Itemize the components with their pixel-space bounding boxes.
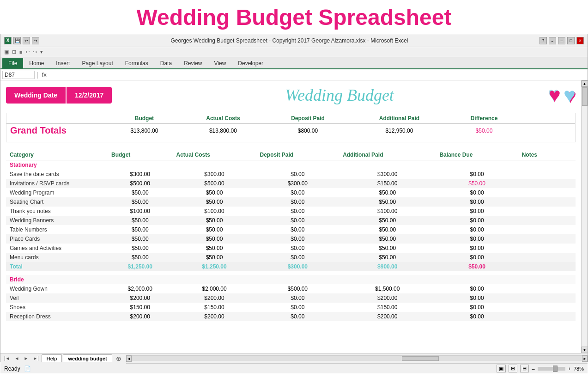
item-name: Menu cards (6, 253, 108, 262)
hscroll-right-arrow[interactable]: ► (582, 355, 588, 362)
total-label: Total (6, 262, 108, 271)
sheet-nav-prev[interactable]: ◄ (13, 355, 21, 361)
maximize-icon[interactable]: □ (567, 37, 575, 44)
scroll-up-arrow[interactable]: ▲ (582, 80, 588, 87)
title-bar: X 💾 ↩ ↪ Georges Wedding Budget Spreadshe… (0, 34, 588, 47)
item-notes (518, 179, 576, 188)
item-notes (518, 225, 576, 234)
sheet-tab-help[interactable]: Help (42, 354, 62, 362)
item-actual: $100.00 (173, 207, 256, 216)
item-balance: $0.00 (436, 225, 518, 234)
minimize-icon[interactable]: – (558, 37, 565, 44)
ribbon-tabs: File Home Insert Page Layout Formulas Da… (0, 57, 588, 69)
scroll-thumb[interactable] (582, 87, 588, 106)
item-additional: $50.00 (339, 225, 436, 234)
th-notes: Notes (518, 150, 576, 160)
table-row: Veil $200.00 $200.00 $0.00 $200.00 $0.00 (6, 293, 576, 303)
item-notes (518, 244, 576, 253)
tab-data[interactable]: Data (154, 58, 178, 68)
cell-reference-input[interactable]: D87 (2, 71, 35, 79)
total-budget: $1,250.00 (108, 262, 173, 271)
excel-window: X 💾 ↩ ↪ Georges Wedding Budget Spreadshe… (0, 34, 588, 362)
hscroll-thumb[interactable] (402, 356, 439, 361)
item-deposit: $0.00 (256, 170, 339, 179)
table-row: Wedding Banners $50.00 $50.00 $0.00 $50.… (6, 216, 576, 225)
table-row: Wedding Gown $2,000.00 $2,000.00 $500.00… (6, 284, 576, 293)
item-deposit: $0.00 (256, 216, 339, 225)
item-name: Table Numbers (6, 225, 108, 234)
item-deposit: $0.00 (256, 303, 339, 312)
tab-page-layout[interactable]: Page Layout (76, 58, 119, 68)
close-icon[interactable]: ✕ (576, 37, 584, 44)
title-bar-icons-left: X 💾 ↩ ↪ (4, 37, 39, 44)
item-budget: $50.00 (108, 188, 173, 197)
title-bar-title: Georges Wedding Budget Spreadsheet - Cop… (39, 37, 540, 44)
help-icon[interactable]: ? (540, 37, 547, 44)
vertical-scrollbar[interactable]: ▲ ▼ (581, 80, 588, 353)
tab-developer[interactable]: Developer (232, 58, 269, 68)
grand-notes (520, 124, 575, 138)
item-balance: $0.00 (436, 303, 518, 312)
sheet-nav-last[interactable]: ►| (31, 355, 41, 361)
detail-table: Category Budget Actual Costs Deposit Pai… (6, 150, 576, 321)
sheet-tabs-bar: |◄ ◄ ► ►| Help wedding budget ⊕ (0, 354, 126, 364)
th-deposit-grand: Deposit Paid (266, 113, 350, 124)
zoom-slider[interactable] (538, 367, 565, 371)
th-budget-grand: Budget (108, 113, 181, 124)
scroll-down-arrow[interactable]: ▼ (582, 347, 588, 353)
zoom-out-button[interactable]: – (532, 366, 534, 372)
item-additional: $50.00 (339, 253, 436, 262)
ribbon-toggle-icon[interactable]: ⌄ (549, 37, 556, 44)
tab-insert[interactable]: Insert (50, 58, 76, 68)
item-deposit: $0.00 (256, 253, 339, 262)
ready-status: Ready (4, 366, 20, 372)
horizontal-scrollbar[interactable]: ◄ ► (126, 355, 588, 362)
formula-input[interactable] (50, 72, 586, 78)
tab-home[interactable]: Home (23, 58, 50, 68)
formula-bar: D87 | fx (0, 69, 588, 80)
view-layout-icon[interactable]: ⊞ (509, 365, 517, 372)
item-deposit: $0.00 (256, 225, 339, 234)
item-actual: $50.00 (173, 253, 256, 262)
stationary-total-row: Total $1,250.00 $1,250.00 $300.00 $900.0… (6, 262, 576, 271)
new-sheet-button[interactable]: ⊕ (113, 355, 124, 362)
status-bar: Ready 📄 ▣ ⊞ ⊟ – + 78% (0, 363, 588, 373)
tab-view[interactable]: View (208, 58, 232, 68)
redo-icon[interactable]: ↪ (32, 37, 39, 44)
item-balance: $0.00 (436, 234, 518, 244)
qa-icon-dropdown[interactable]: ▾ (39, 49, 44, 55)
item-additional: $1,500.00 (339, 284, 436, 293)
sheet-nav-first[interactable]: |◄ (2, 355, 12, 361)
item-name: Save the date cards (6, 170, 108, 179)
qa-icon-redo[interactable]: ↪ (32, 49, 38, 55)
zoom-in-button[interactable]: + (568, 366, 571, 372)
grand-additional: $12,950.00 (350, 124, 449, 138)
tab-file[interactable]: File (2, 58, 23, 68)
item-actual: $200.00 (173, 312, 256, 321)
qa-icon-3: ≡ (18, 49, 23, 55)
item-additional: $150.00 (339, 303, 436, 312)
hscroll-left-arrow[interactable]: ◄ (126, 355, 132, 362)
sheet-nav-next[interactable]: ► (22, 355, 30, 361)
tab-formulas[interactable]: Formulas (119, 58, 154, 68)
grand-totals-label: Grand Totals (6, 124, 108, 138)
undo-icon[interactable]: ↩ (23, 37, 30, 44)
view-normal-icon[interactable]: ▣ (497, 365, 506, 372)
item-balance: $0.00 (436, 293, 518, 303)
hscroll-track (132, 356, 582, 361)
tab-review[interactable]: Review (178, 58, 208, 68)
th-actual: Actual Costs (173, 150, 256, 160)
item-notes (518, 253, 576, 262)
item-name: Invitations / RSVP cards (6, 179, 108, 188)
qa-icon-undo[interactable]: ↩ (24, 49, 30, 55)
stationary-label: Stationary (6, 160, 576, 170)
save-icon[interactable]: 💾 (13, 37, 21, 44)
wedding-date-label: Wedding Date (6, 87, 66, 104)
item-actual: $50.00 (173, 188, 256, 197)
item-additional: $100.00 (339, 207, 436, 216)
sheet-tab-wedding-budget[interactable]: wedding budget (63, 354, 112, 362)
view-page-break-icon[interactable]: ⊟ (520, 365, 529, 372)
item-actual: $500.00 (173, 179, 256, 188)
item-notes (518, 170, 576, 179)
th-notes-grand (520, 113, 575, 124)
